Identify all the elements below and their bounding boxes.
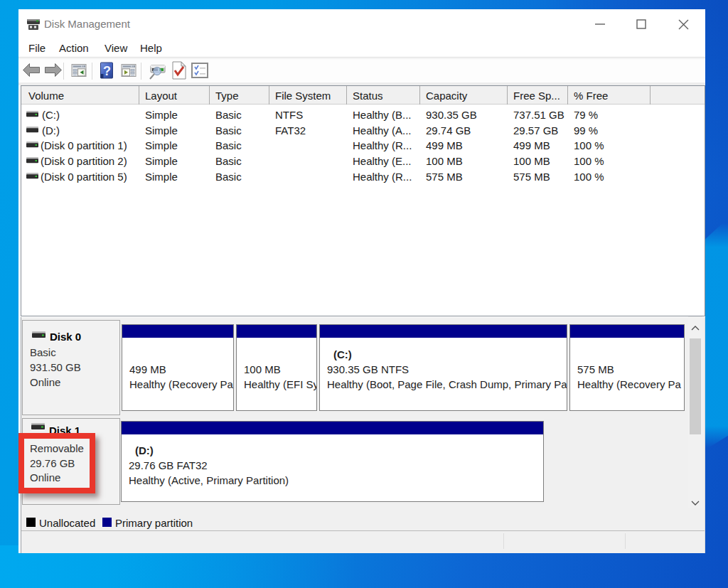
svg-text:?: ? xyxy=(103,64,111,78)
